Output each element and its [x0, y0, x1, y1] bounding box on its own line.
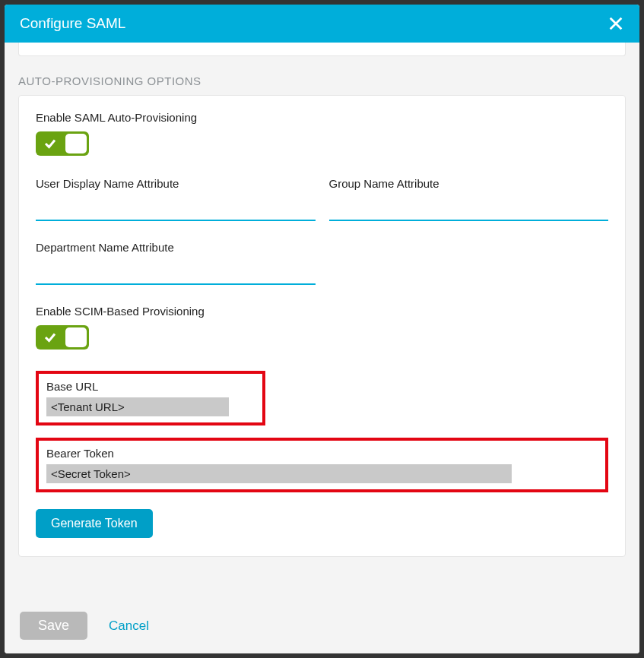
enable-scim-label: Enable SCIM-Based Provisioning — [36, 305, 608, 318]
user-display-input[interactable] — [36, 198, 316, 221]
enable-scim-toggle[interactable] — [36, 325, 89, 350]
group-name-label: Group Name Attribute — [329, 177, 609, 190]
group-name-input[interactable] — [329, 198, 609, 221]
base-url-label: Base URL — [46, 380, 255, 393]
checkmark-icon — [43, 137, 57, 150]
close-icon[interactable] — [608, 15, 624, 32]
auto-provisioning-card: Enable SAML Auto-Provisioning User Displ… — [18, 95, 626, 557]
checkmark-icon — [43, 331, 57, 344]
modal-title: Configure SAML — [20, 15, 125, 32]
bearer-token-label: Bearer Token — [46, 447, 598, 460]
dept-name-input[interactable] — [36, 261, 316, 285]
base-url-input[interactable] — [46, 397, 229, 416]
enable-saml-toggle[interactable] — [36, 131, 89, 156]
dept-name-label: Department Name Attribute — [36, 241, 316, 254]
save-button[interactable]: Save — [20, 612, 87, 640]
configure-saml-modal: Configure SAML AUTO-PROVISIONING OPTIONS… — [5, 5, 639, 653]
section-heading: AUTO-PROVISIONING OPTIONS — [18, 74, 626, 87]
bearer-token-input[interactable] — [46, 464, 512, 483]
bearer-token-highlight: Bearer Token — [36, 438, 608, 492]
user-display-label: User Display Name Attribute — [36, 177, 316, 190]
cancel-button[interactable]: Cancel — [109, 618, 149, 634]
generate-token-button[interactable]: Generate Token — [36, 509, 153, 538]
base-url-highlight: Base URL — [36, 371, 265, 425]
modal-footer: Save Cancel — [5, 598, 639, 653]
enable-saml-label: Enable SAML Auto-Provisioning — [36, 111, 608, 124]
toggle-knob — [65, 134, 87, 153]
toggle-knob — [65, 327, 87, 347]
modal-body[interactable]: AUTO-PROVISIONING OPTIONS Enable SAML Au… — [5, 43, 639, 598]
previous-section-card — [18, 43, 626, 56]
modal-header: Configure SAML — [5, 5, 639, 43]
